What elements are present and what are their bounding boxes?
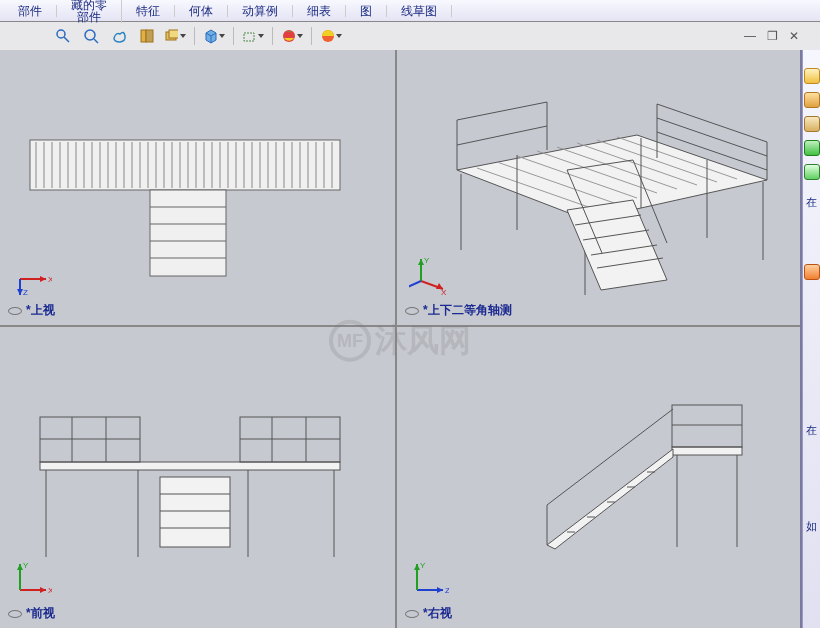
ribbon-item[interactable]: 图 <box>346 5 387 17</box>
svg-text:X: X <box>441 288 447 295</box>
svg-rect-93 <box>40 462 340 470</box>
restore-button[interactable]: ❐ <box>764 28 780 44</box>
svg-rect-119 <box>672 405 742 447</box>
svg-point-0 <box>57 30 65 38</box>
svg-rect-50 <box>150 190 226 276</box>
svg-rect-5 <box>146 30 153 42</box>
svg-text:X: X <box>48 586 52 595</box>
ribbon-item[interactable]: 何体 <box>175 5 228 17</box>
viewport-isometric[interactable]: X Y *上下二等角轴测 <box>397 50 802 325</box>
viewport-top[interactable]: X Z *上视 <box>0 50 395 325</box>
svg-marker-111 <box>40 587 46 593</box>
ribbon-item[interactable]: 动算例 <box>228 5 293 17</box>
triad-icon: Z Y <box>409 558 449 598</box>
triad-icon: X Z <box>12 255 52 295</box>
zoom-window-icon[interactable] <box>52 26 74 46</box>
viewport-right[interactable]: Z Y *右视 <box>397 327 802 628</box>
svg-text:Z: Z <box>23 288 28 295</box>
wizard-icon[interactable] <box>804 92 820 108</box>
apply-icon[interactable] <box>804 140 820 156</box>
svg-rect-8 <box>244 33 254 41</box>
svg-line-127 <box>547 409 673 505</box>
viewport-label: *前视 <box>8 605 55 622</box>
svg-rect-106 <box>160 477 230 547</box>
triad-icon: X Y <box>12 558 52 598</box>
svg-line-3 <box>94 39 98 43</box>
minimize-button[interactable]: — <box>742 28 758 44</box>
ribbon-item[interactable]: 特征 <box>122 5 175 17</box>
viewport-front[interactable]: X Y *前视 <box>0 327 395 628</box>
rss-icon[interactable] <box>804 264 820 280</box>
viewport-label: *上下二等角轴测 <box>405 302 512 319</box>
svg-marker-130 <box>437 587 443 593</box>
ribbon-item[interactable]: 细表 <box>293 5 346 17</box>
eye-icon <box>8 610 22 618</box>
hide-icon[interactable] <box>242 26 264 46</box>
toolbar-separator <box>194 27 195 45</box>
svg-rect-4 <box>141 30 146 42</box>
eye-icon <box>405 610 419 618</box>
svg-marker-121 <box>547 449 673 549</box>
svg-marker-56 <box>40 276 46 282</box>
window-controls: — ❐ ✕ <box>742 28 802 44</box>
viewport-label: *右视 <box>405 605 452 622</box>
svg-text:X: X <box>48 275 52 284</box>
svg-rect-116 <box>672 447 742 455</box>
display-style-icon[interactable] <box>164 26 186 46</box>
svg-text:Y: Y <box>424 256 430 265</box>
svg-point-2 <box>85 30 95 40</box>
close-button[interactable]: ✕ <box>786 28 802 44</box>
eye-icon <box>405 307 419 315</box>
add-icon[interactable] <box>804 164 820 180</box>
zoom-icon[interactable] <box>80 26 102 46</box>
appearance-sphere-icon[interactable] <box>281 26 303 46</box>
home-icon[interactable] <box>804 68 820 84</box>
toolbar-separator <box>272 27 273 45</box>
triad-icon: X Y <box>409 255 449 295</box>
svg-text:Y: Y <box>23 561 29 570</box>
folder-icon[interactable] <box>804 116 820 132</box>
pan-icon[interactable] <box>108 26 130 46</box>
viewport-label: *上视 <box>8 302 55 319</box>
scene-sphere-icon[interactable] <box>320 26 342 46</box>
task-pane[interactable]: 开 在 在 如 <box>802 50 820 628</box>
svg-text:Y: Y <box>420 561 426 570</box>
svg-rect-7 <box>169 30 178 38</box>
ribbon-item[interactable]: 藏的零 部件 <box>57 0 122 23</box>
ribbon-item[interactable]: 线草图 <box>387 5 452 17</box>
eye-icon <box>8 307 22 315</box>
toolbar-separator <box>311 27 312 45</box>
view-toolbar <box>0 22 820 50</box>
toolbar-separator <box>233 27 234 45</box>
svg-text:Z: Z <box>445 586 449 595</box>
viewports-container: X Z *上视 <box>0 50 802 628</box>
svg-marker-78 <box>567 200 667 290</box>
svg-line-90 <box>409 281 421 289</box>
sectioned-view-icon[interactable] <box>136 26 158 46</box>
ribbon: 部件 藏的零 部件 特征 何体 动算例 细表 图 线草图 <box>0 0 820 22</box>
box-icon[interactable] <box>203 26 225 46</box>
ribbon-item[interactable]: 部件 <box>4 5 57 17</box>
svg-line-1 <box>64 37 69 42</box>
